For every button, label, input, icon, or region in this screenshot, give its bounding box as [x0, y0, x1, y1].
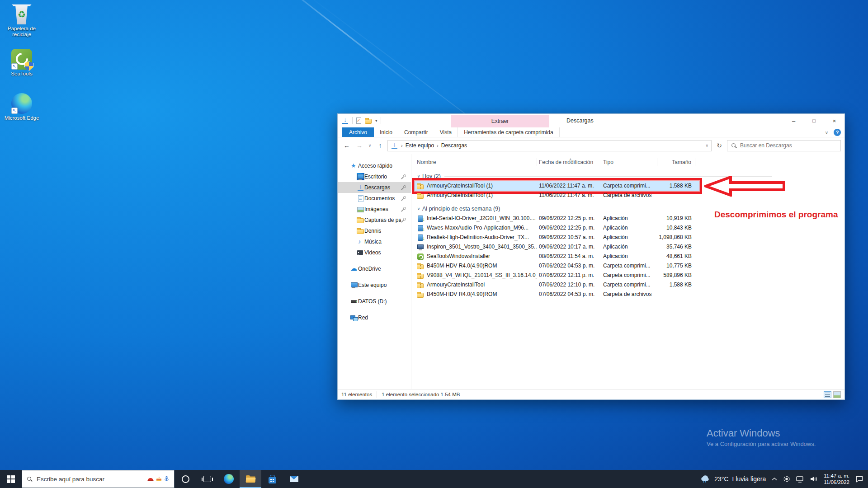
history-chevron-icon[interactable]: ∨	[367, 143, 373, 148]
address-dropdown-icon[interactable]: ∨	[705, 143, 708, 148]
file-name: B450M-HDV R4.0(4.90)ROM	[427, 261, 497, 271]
file-row[interactable]: ArmouryCrateInstallTool (1)11/06/2022 11…	[415, 181, 699, 191]
sidebar-item-escritorio[interactable]: Escritorio	[338, 171, 411, 182]
mail-taskbar-button[interactable]	[283, 470, 305, 488]
refresh-icon[interactable]: ↻	[713, 142, 725, 149]
status-bar: 11 elementos 1 elemento seleccionado 1.5…	[338, 389, 844, 399]
file-name-cell: Inspiron_3501_Vostro_3400_3401_3500_35..…	[415, 242, 537, 252]
sidebar-item-documentos[interactable]: Documentos	[338, 193, 411, 204]
action-center-icon[interactable]	[855, 475, 863, 483]
windows-logo-icon	[7, 475, 15, 483]
pin-icon	[401, 206, 406, 212]
sidebar-item-videos[interactable]: Videos	[338, 247, 411, 258]
file-row[interactable]: Waves-MaxxAudio-Pro-Application_M96...09…	[415, 223, 699, 233]
tab-herramientas-carpeta-comprimida[interactable]: Herramientas de carpeta comprimida	[458, 127, 559, 137]
search-highlights	[147, 476, 170, 482]
help-icon[interactable]: ?	[834, 129, 841, 136]
sidebar-item-red[interactable]: Red	[338, 312, 411, 323]
tab-vista[interactable]: Vista	[434, 127, 458, 137]
explorer-search-input[interactable]: Buscar en Descargas	[727, 140, 841, 151]
file-name-cell: ArmouryCrateInstallTool	[415, 280, 537, 290]
file-row[interactable]: B450M-HDV R4.0(4.90)ROM07/06/2022 04:53 …	[415, 261, 699, 271]
taskbar-clock[interactable]: 11:47 a. m. 11/06/2022	[824, 473, 849, 485]
store-taskbar-button[interactable]	[261, 470, 283, 488]
properties-icon[interactable]	[356, 117, 362, 124]
file-row[interactable]: ArmouryCrateInstallTool (1)11/06/2022 11…	[415, 191, 699, 200]
file-name-cell: SeaToolsWindowsInstaller	[415, 252, 537, 261]
desktop-icon-microsoft-edge[interactable]: ↖Microsoft Edge	[4, 93, 40, 121]
folder-icon	[357, 227, 364, 235]
sidebar-item-datos-d[interactable]: DATOS (D:)	[338, 296, 411, 307]
folder-icon	[417, 192, 424, 199]
tab-compartir[interactable]: Compartir	[398, 127, 434, 137]
desktop-icon-label: SeaTools	[4, 71, 40, 77]
network-tray-icon[interactable]	[796, 476, 804, 483]
desktop-icon-papelera-de-reciclaje[interactable]: Papelera de reciclaje	[4, 4, 40, 38]
file-type: Aplicación	[601, 223, 657, 233]
breadcrumb-descargas[interactable]: Descargas	[441, 142, 467, 149]
column-header-tamano[interactable]: Tamaño	[657, 158, 695, 166]
file-row[interactable]: Realtek-High-Definition-Audio-Driver_TX.…	[415, 233, 699, 242]
tab-archivo[interactable]: Archivo	[342, 127, 374, 137]
application-icon	[417, 244, 424, 251]
pin-icon	[401, 174, 406, 179]
sidebar-item-capturas-de-pantall[interactable]: Capturas de pantall	[338, 215, 411, 225]
file-row[interactable]: B450M-HDV R4.0(4.90)ROM07/06/2022 04:53 …	[415, 290, 699, 299]
file-row[interactable]: ArmouryCrateInstallTool07/06/2022 12:10 …	[415, 280, 699, 290]
sidebar-item-acceso-rápido[interactable]: Acceso rápido	[338, 160, 411, 171]
file-row[interactable]: SeaToolsWindowsInstaller08/06/2022 11:54…	[415, 252, 699, 261]
column-header-tipo[interactable]: Tipo	[601, 158, 657, 166]
file-explorer-taskbar-button[interactable]	[240, 470, 261, 488]
file-row[interactable]: Intel-Serial-IO-Driver_J2G0H_WIN_30.100.…	[415, 214, 699, 223]
thumbnails-view-icon[interactable]	[833, 391, 841, 398]
maximize-button[interactable]: □	[804, 114, 824, 127]
file-type: Aplicación	[601, 242, 657, 252]
file-row[interactable]: Inspiron_3501_Vostro_3400_3401_3500_35..…	[415, 242, 699, 252]
pictures-icon	[357, 206, 364, 213]
file-row[interactable]: V9088_V4_WHQL_210114_SS_III_3.16.14.0_..…	[415, 271, 699, 280]
file-list: Nombre ∧Fecha de modificación Tipo Tamañ…	[411, 154, 844, 389]
customize-qat-icon[interactable]: ▾	[375, 118, 377, 123]
file-size: 1,098,868 KB	[657, 233, 695, 242]
file-type: Carpeta de archivos	[601, 191, 657, 200]
pc-icon	[350, 282, 358, 289]
minimize-button[interactable]: –	[783, 114, 804, 127]
sidebar-item-música[interactable]: Música	[338, 236, 411, 247]
back-icon[interactable]: ←	[341, 142, 352, 149]
file-type: Carpeta de archivos	[601, 290, 657, 299]
sidebar-item-label: Dennis	[364, 228, 381, 234]
sidebar-item-dennis[interactable]: Dennis	[338, 225, 411, 236]
close-button[interactable]: ×	[824, 114, 844, 127]
details-view-icon[interactable]	[824, 391, 831, 398]
sidebar-item-onedrive[interactable]: OneDrive	[338, 263, 411, 274]
breadcrumb-este-equipo[interactable]: Este equipo	[406, 142, 434, 149]
new-folder-icon[interactable]	[365, 117, 372, 124]
chevron-down-icon[interactable]: ∨	[825, 130, 828, 135]
weather-widget[interactable]: 23°C Lluvia ligera	[700, 475, 766, 483]
forward-icon[interactable]: →	[354, 142, 365, 149]
sidebar-item-label: Red	[358, 314, 368, 321]
sidebar-item-label: Imágenes	[364, 206, 388, 212]
column-header-fecha[interactable]: ∧Fecha de modificación	[537, 158, 601, 166]
tab-inicio[interactable]: Inicio	[374, 127, 398, 137]
rain-cloud-icon	[700, 475, 711, 483]
titlebar[interactable]: ▾ Extraer Descargas – □ ×	[338, 114, 844, 127]
desktop-icon-seatools[interactable]: ↖SeaTools	[4, 49, 40, 77]
sidebar-item-descargas[interactable]: Descargas	[338, 182, 411, 193]
file-name: Inspiron_3501_Vostro_3400_3401_3500_35..…	[427, 242, 537, 252]
window-title: Descargas	[566, 114, 594, 127]
sidebar-item-imágenes[interactable]: Imágenes	[338, 204, 411, 215]
volume-tray-icon[interactable]	[810, 476, 818, 482]
start-button[interactable]	[0, 470, 22, 488]
cortana-button[interactable]	[175, 470, 196, 488]
address-bar[interactable]: › Este equipo › Descargas ∨	[387, 140, 712, 151]
desktop-icon	[357, 173, 364, 180]
sidebar-item-este-equipo[interactable]: Este equipo	[338, 280, 411, 291]
screen-capture-tray-icon[interactable]	[783, 475, 790, 483]
up-icon[interactable]: ↑	[375, 142, 386, 149]
hidden-icons-chevron-icon[interactable]	[772, 477, 777, 481]
edge-taskbar-button[interactable]	[218, 470, 240, 488]
taskbar-search-input[interactable]: Escribe aquí para buscar	[22, 470, 175, 488]
column-header-nombre[interactable]: Nombre	[415, 158, 537, 166]
task-view-button[interactable]	[196, 470, 218, 488]
